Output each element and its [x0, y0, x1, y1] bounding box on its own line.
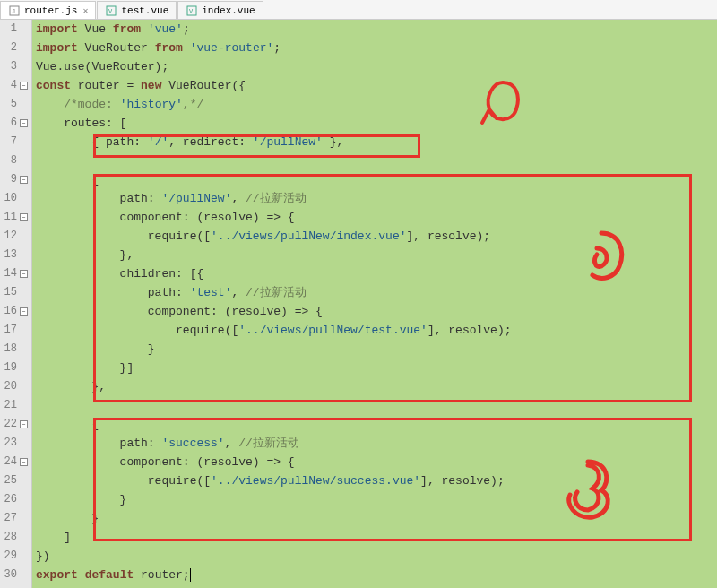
tab-label: router.js	[24, 5, 77, 16]
svg-text:V: V	[189, 8, 194, 15]
vue-file-icon: V	[105, 4, 117, 17]
gutter-line: 25	[0, 471, 28, 490]
code-line[interactable]: require(['../views/pullNew/success.vue']…	[36, 471, 717, 490]
gutter-line: 9−	[0, 170, 28, 189]
code-line[interactable]: }	[36, 490, 717, 509]
gutter-line: 21	[0, 396, 28, 415]
gutter-line: 30	[0, 566, 28, 584]
gutter-line: 2	[0, 39, 28, 57]
gutter-line: 19	[0, 359, 28, 377]
gutter-line: 11−	[0, 208, 28, 227]
code-line[interactable]: { path: '/', redirect: '/pullNew' },	[36, 133, 717, 151]
gutter-line: 1	[0, 20, 28, 39]
gutter-line: 10	[0, 189, 28, 208]
js-file-icon: J	[8, 4, 21, 17]
gutter-line: 7	[0, 133, 28, 151]
gutter-line: 23	[0, 434, 28, 453]
gutter-line: 8	[0, 151, 28, 170]
code-line[interactable]: require(['../views/pullNew/test.vue'], r…	[36, 321, 717, 340]
code-line[interactable]: component: (resolve) => {	[36, 302, 717, 321]
gutter-line: 20	[0, 377, 28, 396]
tab-label: test.vue	[121, 5, 168, 16]
code-line[interactable]: }	[36, 340, 717, 359]
code-line[interactable]: component: (resolve) => {	[36, 453, 717, 471]
fold-toggle-icon[interactable]: −	[20, 119, 28, 127]
gutter-line: 16−	[0, 302, 28, 321]
code-line[interactable]	[36, 396, 717, 415]
gutter-line: 6−	[0, 114, 28, 133]
tab-router-js[interactable]: J router.js ✕	[0, 1, 96, 19]
code-line[interactable]: path: 'test', //拉新活动	[36, 283, 717, 302]
vue-file-icon: V	[186, 4, 198, 17]
close-icon[interactable]: ✕	[82, 5, 88, 16]
gutter-line: 13	[0, 246, 28, 264]
gutter-line: 24−	[0, 453, 28, 471]
fold-toggle-icon[interactable]: −	[20, 176, 28, 184]
code-line[interactable]: {	[36, 170, 717, 189]
code-line[interactable]: children: [{	[36, 264, 717, 283]
code-area[interactable]: import Vue from 'vue';import VueRouter f…	[32, 20, 717, 588]
code-line[interactable]: component: (resolve) => {	[36, 208, 717, 227]
fold-toggle-icon[interactable]: −	[20, 458, 28, 466]
code-line[interactable]: })	[36, 547, 717, 566]
gutter-line: 17	[0, 321, 28, 340]
fold-toggle-icon[interactable]: −	[20, 420, 28, 428]
gutter-line: 27	[0, 509, 28, 528]
code-line[interactable]: export default router;	[36, 566, 717, 584]
code-editor[interactable]: 1234−56−789−1011−121314−1516−17181920212…	[0, 20, 717, 588]
fold-toggle-icon[interactable]: −	[20, 82, 28, 90]
svg-text:J: J	[12, 8, 15, 15]
gutter-line: 5	[0, 95, 28, 114]
text-cursor	[190, 568, 191, 582]
code-line[interactable]	[36, 151, 717, 170]
tab-index-vue[interactable]: V index.vue	[177, 1, 263, 19]
gutter-line: 15	[0, 283, 28, 302]
code-line[interactable]: import VueRouter from 'vue-router';	[36, 39, 717, 57]
code-line[interactable]: require(['../views/pullNew/index.vue'], …	[36, 227, 717, 246]
code-line[interactable]: },	[36, 377, 717, 396]
gutter-line: 26	[0, 490, 28, 509]
svg-text:V: V	[108, 8, 113, 15]
fold-toggle-icon[interactable]: −	[20, 307, 28, 316]
code-line[interactable]: }	[36, 509, 717, 528]
code-line[interactable]: },	[36, 246, 717, 264]
gutter-line: 14−	[0, 264, 28, 283]
code-line[interactable]: /*mode: 'history',*/	[36, 95, 717, 114]
tab-test-vue[interactable]: V test.vue	[97, 1, 177, 19]
gutter-line: 18	[0, 340, 28, 359]
gutter-line: 12	[0, 227, 28, 246]
code-line[interactable]: routes: [	[36, 114, 717, 133]
code-line[interactable]: }]	[36, 359, 717, 377]
code-line[interactable]: const router = new VueRouter({	[36, 76, 717, 95]
code-line[interactable]: Vue.use(VueRouter);	[36, 57, 717, 76]
code-line[interactable]: {	[36, 415, 717, 434]
tab-label: index.vue	[202, 5, 255, 16]
gutter-line: 3	[0, 57, 28, 76]
gutter-line: 29	[0, 547, 28, 566]
gutter-line: 4−	[0, 76, 28, 95]
code-line[interactable]: ]	[36, 528, 717, 547]
code-line[interactable]: import Vue from 'vue';	[36, 20, 717, 39]
gutter-line: 22−	[0, 415, 28, 434]
line-gutter: 1234−56−789−1011−121314−1516−17181920212…	[0, 20, 32, 588]
editor-tabs: J router.js ✕ V test.vue V index.vue	[0, 0, 717, 20]
gutter-line: 28	[0, 528, 28, 547]
fold-toggle-icon[interactable]: −	[20, 270, 28, 278]
fold-toggle-icon[interactable]: −	[20, 213, 28, 221]
code-line[interactable]: path: 'success', //拉新活动	[36, 434, 717, 453]
code-line[interactable]: path: '/pullNew', //拉新活动	[36, 189, 717, 208]
